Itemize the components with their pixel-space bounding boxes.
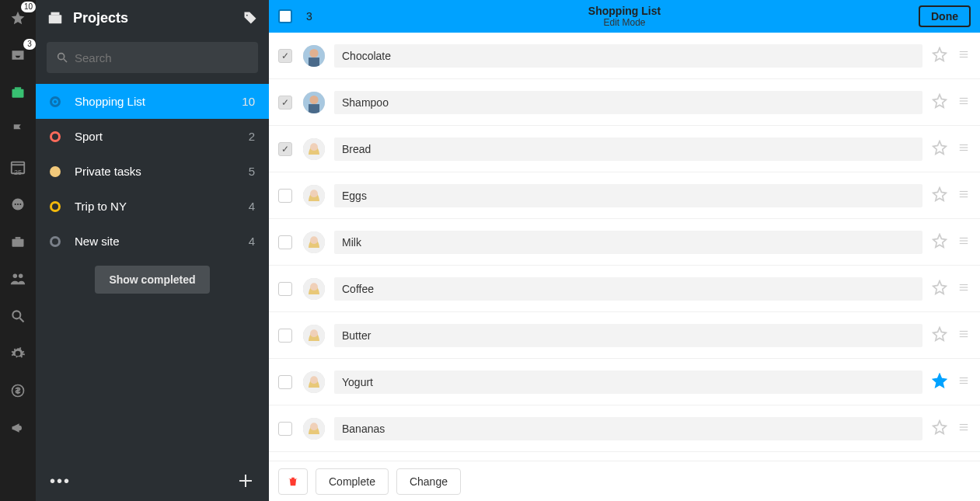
svg-rect-0 [12, 89, 24, 98]
task-row[interactable]: Bread [269, 126, 980, 172]
avatar [303, 371, 325, 393]
task-row[interactable]: Shampoo [269, 79, 980, 126]
task-title[interactable]: Chocolate [334, 44, 922, 68]
star-toggle[interactable] [932, 326, 947, 344]
star-toggle[interactable] [932, 419, 947, 437]
drag-icon [957, 235, 971, 246]
rail-search[interactable] [6, 304, 30, 328]
star-icon [932, 326, 947, 342]
star-toggle[interactable] [932, 373, 947, 391]
drag-handle[interactable] [957, 282, 971, 295]
avatar [303, 231, 325, 253]
rail-flag[interactable] [6, 118, 30, 141]
project-item[interactable]: Sport2 [36, 119, 269, 154]
star-icon [932, 93, 947, 109]
drag-handle[interactable] [957, 235, 971, 249]
svg-rect-15 [49, 15, 62, 23]
rail-people[interactable] [6, 267, 30, 291]
change-button[interactable]: Change [396, 468, 461, 495]
drag-handle[interactable] [957, 142, 971, 155]
task-checkbox[interactable] [278, 375, 292, 389]
tag-icon[interactable] [242, 10, 258, 26]
task-checkbox[interactable] [278, 142, 292, 156]
drag-handle[interactable] [957, 96, 971, 109]
search-input[interactable] [47, 42, 258, 73]
project-item[interactable]: Private tasks5 [36, 154, 269, 189]
project-item[interactable]: New site4 [36, 224, 269, 252]
task-title[interactable]: Bananas [334, 417, 922, 440]
delete-button[interactable] [278, 468, 308, 495]
svg-point-64 [310, 423, 318, 430]
star-toggle[interactable] [932, 47, 947, 64]
task-title[interactable]: Butter [334, 324, 922, 347]
star-icon [932, 280, 947, 295]
project-item[interactable]: Shopping List10 [36, 84, 269, 119]
task-row[interactable]: Milk [269, 219, 980, 266]
select-all-checkbox[interactable] [278, 9, 292, 23]
rail-projects[interactable] [6, 81, 30, 104]
task-title[interactable]: Yogurt [334, 371, 922, 394]
task-title[interactable]: Coffee [334, 277, 922, 301]
drag-handle[interactable] [957, 422, 971, 435]
avatar [303, 45, 325, 67]
more-menu-button[interactable]: ••• [50, 472, 71, 490]
drag-handle[interactable] [957, 49, 971, 62]
svg-line-18 [64, 59, 67, 62]
rail-star[interactable]: 10 [6, 6, 30, 30]
task-title[interactable]: Milk [334, 231, 922, 254]
project-item[interactable]: Trip to NY4 [36, 189, 269, 224]
sidebar-title: Projects [73, 10, 128, 26]
search-icon [10, 308, 26, 324]
drag-handle[interactable] [957, 329, 971, 342]
task-row[interactable]: Eggs [269, 172, 980, 219]
avatar [303, 278, 325, 300]
done-button[interactable]: Done [919, 5, 971, 27]
svg-point-17 [58, 54, 65, 60]
drag-handle[interactable] [957, 189, 971, 202]
svg-point-28 [309, 95, 318, 103]
task-row[interactable]: Yogurt [269, 359, 980, 405]
trash-icon [288, 475, 298, 488]
rail-briefcase[interactable] [6, 230, 30, 253]
rail-chat[interactable] [6, 193, 30, 216]
drag-handle[interactable] [957, 375, 971, 388]
task-checkbox[interactable] [278, 96, 292, 110]
task-title[interactable]: Shampoo [334, 91, 922, 114]
task-checkbox[interactable] [278, 329, 292, 343]
rail-inbox[interactable]: 3 [6, 43, 30, 67]
task-checkbox[interactable] [278, 422, 292, 436]
task-row[interactable]: Butter [269, 312, 980, 359]
task-row[interactable]: Coffee [269, 266, 980, 312]
task-row[interactable]: Chocolate [269, 33, 980, 79]
gear-icon [10, 346, 26, 361]
project-count: 4 [249, 200, 255, 213]
show-completed-button[interactable]: Show completed [95, 266, 209, 294]
task-checkbox[interactable] [278, 282, 292, 296]
rail-announce[interactable] [6, 416, 30, 440]
project-name: Trip to NY [75, 200, 249, 213]
star-toggle[interactable] [932, 93, 947, 111]
task-title[interactable]: Bread [334, 137, 922, 161]
task-row[interactable]: Bananas [269, 405, 980, 452]
svg-point-12 [12, 311, 20, 318]
projects-icon [10, 85, 26, 100]
rail-calendar[interactable]: 25 [6, 155, 30, 179]
star-toggle[interactable] [932, 186, 947, 204]
star-icon [932, 47, 947, 62]
action-bar: Complete Change [269, 461, 980, 501]
task-checkbox[interactable] [278, 189, 292, 203]
star-toggle[interactable] [932, 140, 947, 158]
chat-icon [10, 197, 26, 212]
task-checkbox[interactable] [278, 235, 292, 249]
add-project-button[interactable] [236, 471, 255, 490]
drag-icon [957, 375, 971, 386]
task-checkbox[interactable] [278, 49, 292, 63]
star-toggle[interactable] [932, 233, 947, 251]
project-count: 10 [242, 95, 255, 108]
svg-point-54 [310, 329, 318, 337]
complete-button[interactable]: Complete [316, 468, 389, 495]
task-title[interactable]: Eggs [334, 184, 922, 207]
rail-settings[interactable] [6, 342, 30, 365]
star-toggle[interactable] [932, 280, 947, 297]
rail-billing[interactable] [6, 379, 30, 402]
